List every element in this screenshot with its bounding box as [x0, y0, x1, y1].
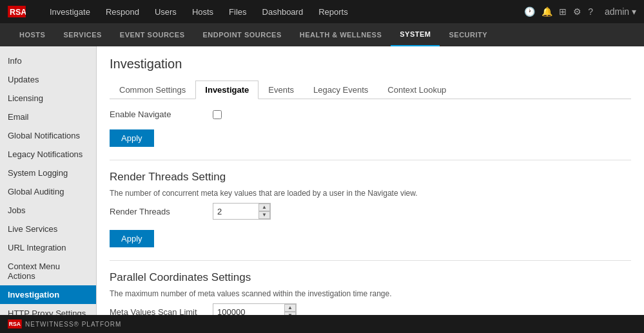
sidebar-item-live-services[interactable]: Live Services	[0, 220, 96, 238]
enable-navigate-label: Enable Navigate	[110, 109, 213, 119]
tab-bar: Common Settings Investigate Events Legac…	[110, 81, 631, 99]
user-menu[interactable]: admin ▾	[605, 6, 636, 17]
subnav-services[interactable]: SERVICES	[54, 23, 110, 46]
main-area: Info Updates Licensing Email Global Noti…	[0, 46, 644, 315]
sidebar-item-updates[interactable]: Updates	[0, 70, 96, 89]
meta-scan-input-wrap: ▲ ▼	[213, 303, 297, 315]
nav-users[interactable]: Users	[147, 0, 184, 23]
sidebar: Info Updates Licensing Email Global Noti…	[0, 46, 97, 315]
enable-navigate-checkbox[interactable]	[213, 110, 222, 119]
sidebar-item-global-notifications[interactable]: Global Notifications	[0, 126, 96, 145]
tab-legacy-events[interactable]: Legacy Events	[304, 81, 378, 99]
tools-icon[interactable]: ⚙	[573, 6, 581, 17]
sidebar-item-email[interactable]: Email	[0, 108, 96, 126]
meta-scan-description: The maximum number of meta values scanne…	[110, 289, 631, 298]
subnav-security[interactable]: SECURITY	[440, 23, 496, 46]
section-divider-1	[110, 160, 631, 160]
section-divider-2	[110, 260, 631, 261]
clock-icon[interactable]: 🕐	[524, 6, 535, 17]
nav-respond[interactable]: Respond	[98, 0, 147, 23]
footer-logo: RSA NETWITNESS® PLATFORM	[8, 319, 121, 328]
sidebar-item-jobs[interactable]: Jobs	[0, 201, 96, 220]
subnav-health-wellness[interactable]: HEALTH & WELLNESS	[291, 23, 391, 46]
enable-navigate-row: Enable Navigate	[110, 109, 631, 119]
meta-scan-increment[interactable]: ▲	[284, 304, 296, 312]
render-threads-spinner: ▲ ▼	[259, 204, 270, 219]
nav-files[interactable]: Files	[221, 0, 254, 23]
subnav-system[interactable]: SYSTEM	[391, 23, 440, 46]
grid-icon[interactable]: ⊞	[559, 6, 567, 17]
nav-investigate[interactable]: Investigate	[42, 0, 98, 23]
parallel-coordinates-section-title: Parallel Coordinates Settings	[110, 271, 631, 284]
bell-icon[interactable]: 🔔	[542, 6, 552, 17]
meta-scan-decrement[interactable]: ▼	[284, 312, 296, 315]
render-threads-input-wrap: ▲ ▼	[213, 203, 271, 220]
svg-text:RSA: RSA	[10, 8, 26, 17]
subnav-hosts[interactable]: HOSTS	[10, 23, 54, 46]
apply-button-2[interactable]: Apply	[110, 230, 154, 247]
render-threads-row: Render Threads ▲ ▼	[110, 203, 631, 220]
subnav-event-sources[interactable]: EVENT SOURCES	[111, 23, 194, 46]
top-nav-bar: RSA Investigate Respond Users Hosts File…	[0, 0, 644, 23]
meta-scan-row: Meta Values Scan Limit ▲ ▼	[110, 303, 631, 315]
nav-dashboard[interactable]: Dashboard	[255, 0, 311, 23]
render-threads-section-title: Render Threads Setting	[110, 171, 631, 184]
sub-nav-bar: HOSTS SERVICES EVENT SOURCES ENDPOINT SO…	[0, 23, 644, 46]
sidebar-item-licensing[interactable]: Licensing	[0, 89, 96, 108]
nav-hosts[interactable]: Hosts	[184, 0, 221, 23]
render-threads-increment[interactable]: ▲	[259, 204, 270, 211]
render-threads-label: Render Threads	[110, 207, 213, 216]
page-title: Investigation	[110, 57, 631, 71]
sidebar-item-url-integration[interactable]: URL Integration	[0, 238, 96, 257]
apply-button-1[interactable]: Apply	[110, 129, 154, 147]
sidebar-item-info[interactable]: Info	[0, 52, 96, 70]
sidebar-item-investigation[interactable]: Investigation	[0, 285, 96, 304]
render-threads-decrement[interactable]: ▼	[259, 211, 270, 219]
top-nav-items: Investigate Respond Users Hosts Files Da…	[42, 0, 524, 23]
content-area: Investigation Common Settings Investigat…	[97, 46, 644, 315]
sidebar-item-context-menu-actions[interactable]: Context Menu Actions	[0, 257, 96, 285]
nav-reports[interactable]: Reports	[311, 0, 356, 23]
tab-context-lookup[interactable]: Context Lookup	[378, 81, 456, 99]
help-icon[interactable]: ?	[588, 6, 593, 17]
sidebar-item-global-auditing[interactable]: Global Auditing	[0, 182, 96, 201]
app-logo: RSA	[8, 6, 29, 17]
footer: RSA NETWITNESS® PLATFORM	[0, 315, 644, 333]
meta-scan-label: Meta Values Scan Limit	[110, 307, 213, 316]
render-threads-description: The number of concurrent meta key values…	[110, 189, 631, 198]
footer-platform-name: NETWITNESS® PLATFORM	[25, 321, 121, 328]
sidebar-item-http-proxy[interactable]: HTTP Proxy Settings	[0, 304, 96, 315]
subnav-endpoint-sources[interactable]: ENDPOINT SOURCES	[193, 23, 290, 46]
tab-investigate[interactable]: Investigate	[195, 81, 259, 99]
tab-common-settings[interactable]: Common Settings	[110, 81, 195, 99]
sidebar-item-system-logging[interactable]: System Logging	[0, 164, 96, 182]
top-nav-icons: 🕐 🔔 ⊞ ⚙ ? admin ▾	[524, 6, 636, 17]
meta-scan-spinner: ▲ ▼	[284, 304, 296, 315]
svg-text:RSA: RSA	[9, 321, 21, 327]
tab-events[interactable]: Events	[259, 81, 304, 99]
sidebar-item-legacy-notifications[interactable]: Legacy Notifications	[0, 145, 96, 164]
